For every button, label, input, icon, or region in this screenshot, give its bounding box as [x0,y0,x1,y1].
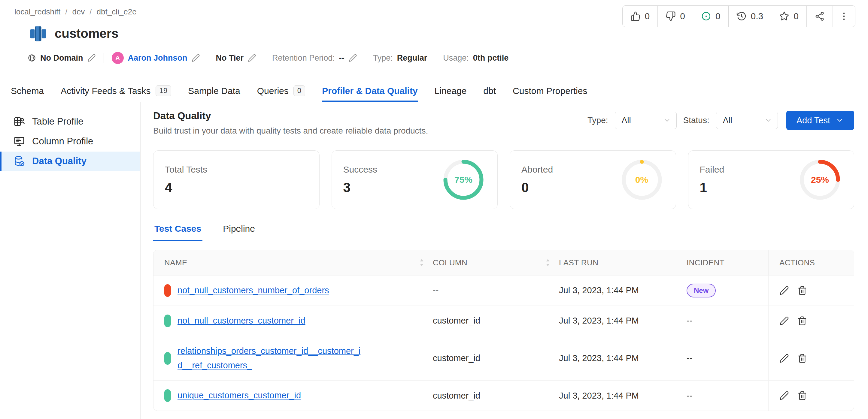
failed-tests-card: Failed 1 25% [688,150,855,209]
delete-test-icon[interactable] [798,354,807,363]
tab-dbt[interactable]: dbt [483,79,496,102]
header-label: COLUMN [433,258,467,267]
failed-percent: 25% [798,157,842,202]
tab-activity-feeds[interactable]: Activity Feeds & Tasks 19 [61,79,171,102]
tab-profiler-data-quality[interactable]: Profiler & Data Quality [322,79,417,102]
panel-title: Data Quality [153,110,428,122]
test-column-value: customer_id [433,383,559,409]
delete-test-icon[interactable] [798,316,807,326]
card-label: Total Tests [165,164,207,175]
entity-header: local_redshift / dev / dbt_cli_e2e 0 0 0… [0,0,868,79]
tier-value: No Tier [216,54,244,63]
version-number: 0.3 [751,11,764,21]
sidebar-item-label: Table Profile [32,116,84,127]
add-test-button[interactable]: Add Test [786,111,854,130]
tier-meta: No Tier [216,54,256,63]
breadcrumb-service[interactable]: local_redshift [14,7,60,17]
breadcrumb-schema[interactable]: dbt_cli_e2e [97,7,137,17]
status-filter-select[interactable]: All [716,111,778,129]
type-filter-value: All [622,116,631,125]
tab-sample-data[interactable]: Sample Data [188,79,240,102]
tab-schema[interactable]: Schema [11,79,44,102]
test-column-value: -- [433,278,559,303]
type-meta: Type: Regular [373,54,427,63]
delete-test-icon[interactable] [798,286,807,295]
retention-value: -- [339,54,344,63]
table-row: not_null_customers_customer_id customer_… [153,305,854,336]
tab-lineage[interactable]: Lineage [435,79,467,102]
page-title: customers [55,26,118,41]
open-tasks-button[interactable]: 0 [693,6,728,27]
success-progress-ring: 75% [441,157,486,202]
tab-test-cases[interactable]: Test Cases [153,224,203,241]
column-header-name[interactable]: NAME [153,250,433,275]
test-status-indicator-failed [164,284,171,297]
meta-divider [208,53,208,63]
task-icon [701,11,711,21]
downvote-count: 0 [680,11,685,21]
share-button[interactable] [807,6,833,27]
edit-tier-icon[interactable] [248,54,256,62]
tab-pipeline[interactable]: Pipeline [222,224,256,241]
data-quality-panel: Data Quality Build trust in your data wi… [141,102,868,419]
test-case-link[interactable]: not_null_customers_customer_id [178,314,306,328]
sort-icon[interactable] [419,258,424,267]
upvote-button[interactable]: 0 [623,6,658,27]
column-header-last-run: LAST RUN [559,250,687,275]
breadcrumb-database[interactable]: dev [72,7,85,17]
type-filter-label: Type: [587,116,608,125]
card-label: Success [343,164,377,175]
chevron-down-icon [663,117,671,124]
version-button[interactable]: 0.3 [728,6,772,27]
domain-meta: No Domain [28,54,96,63]
star-button[interactable]: 0 [771,6,807,27]
meta-divider [435,53,435,63]
edit-test-icon[interactable] [779,316,789,326]
version-history-icon [737,11,747,21]
retention-label: Retention Period: [272,54,335,63]
star-count: 0 [794,11,799,21]
failed-progress-ring: 25% [798,157,842,202]
downvote-button[interactable]: 0 [658,6,693,27]
test-cases-table: NAME COLUMN LAST RUN INCIDENT ACTIONS no… [153,250,854,411]
column-header-column[interactable]: COLUMN [433,250,559,275]
tab-label: Activity Feeds & Tasks [61,86,151,96]
delete-test-icon[interactable] [798,391,807,400]
tab-label: Sample Data [188,86,240,96]
meta-divider [365,53,365,63]
domain-value: No Domain [40,54,83,63]
aborted-tests-card: Aborted 0 0% [510,150,676,209]
entity-tabbar: Schema Activity Feeds & Tasks 19 Sample … [0,79,868,102]
test-column-value: customer_id [433,346,559,371]
edit-owner-icon[interactable] [192,54,200,62]
success-tests-card: Success 3 75% [332,150,498,209]
sort-icon[interactable] [545,258,551,267]
kebab-menu-icon [839,11,849,21]
tab-custom-properties[interactable]: Custom Properties [513,79,587,102]
test-case-link[interactable]: unique_customers_customer_id [178,388,301,403]
edit-test-icon[interactable] [779,391,789,400]
usage-label: Usage: [443,54,469,63]
more-options-button[interactable] [833,6,855,27]
incident-status-badge[interactable]: New [687,284,716,297]
filters-row: Type: All Status: All Add Test [587,111,854,130]
sidebar-item-table-profile[interactable]: Table Profile [0,112,140,131]
thumbs-up-icon [630,11,641,21]
owner-link[interactable]: Aaron Johnson [128,54,187,63]
test-case-link[interactable]: relationships_orders_customer_id__custom… [178,344,364,373]
redshift-service-icon [29,24,48,43]
incident-value: -- [687,383,768,409]
card-value: 3 [343,180,377,195]
edit-test-icon[interactable] [779,286,789,295]
header-label: ACTIONS [779,258,815,267]
tab-queries[interactable]: Queries 0 [257,79,305,102]
type-filter-select[interactable]: All [615,111,677,129]
sidebar-item-data-quality[interactable]: Data Quality [0,152,140,171]
test-case-link[interactable]: not_null_customers_number_of_orders [178,283,329,298]
edit-test-icon[interactable] [779,354,789,363]
edit-retention-icon[interactable] [349,54,357,62]
test-last-run: Jul 3, 2023, 1:44 PM [559,308,687,333]
sidebar-item-column-profile[interactable]: Column Profile [0,132,140,151]
header-label: LAST RUN [559,258,598,267]
edit-domain-icon[interactable] [87,54,96,62]
